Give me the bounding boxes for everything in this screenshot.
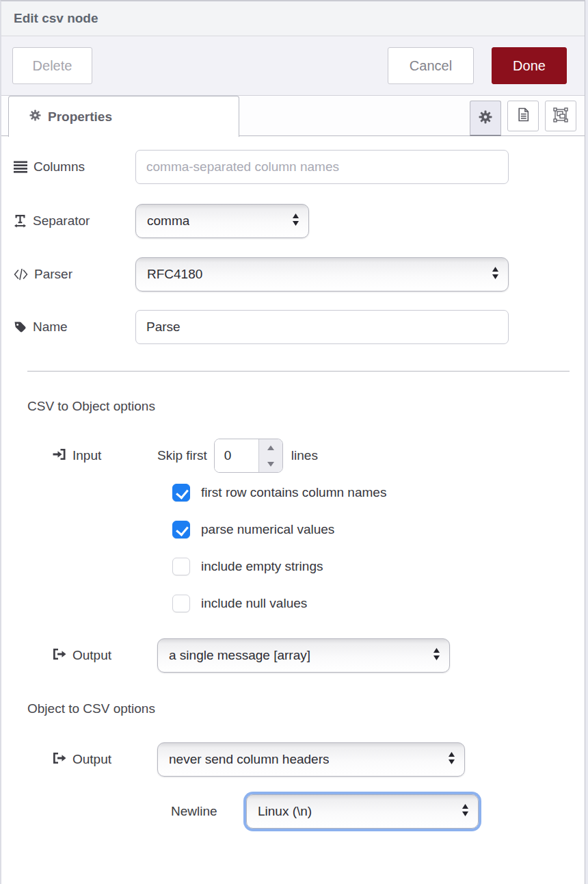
select-arrows-icon	[462, 804, 469, 819]
checkbox-row-include-null: include null values	[172, 595, 571, 612]
include-null-checkbox[interactable]	[172, 595, 190, 612]
csv-to-object-heading: CSV to Object options	[27, 399, 571, 414]
columns-row: Columns	[14, 150, 571, 184]
stepper-up-button[interactable]	[259, 439, 282, 456]
edit-csv-node-dialog: Edit csv node Delete Cancel Done	[0, 0, 585, 884]
gear-icon	[479, 110, 492, 127]
delete-button[interactable]: Delete	[12, 47, 92, 84]
section-divider	[27, 371, 570, 372]
cancel-button[interactable]: Cancel	[388, 47, 474, 84]
input-label: Input	[53, 448, 157, 464]
list-icon	[14, 161, 27, 173]
sign-out-icon	[53, 752, 66, 768]
stepper-buttons	[258, 439, 282, 472]
code-icon	[14, 268, 28, 281]
separator-row: Separator comma	[14, 204, 571, 238]
columns-label: Columns	[14, 159, 135, 174]
checkbox-row-parse-numerical: parse numerical values	[172, 521, 571, 538]
tag-icon	[14, 321, 27, 334]
parse-numerical-checkbox[interactable]	[172, 521, 190, 538]
text-width-icon	[14, 214, 27, 228]
name-label: Name	[14, 320, 135, 335]
csv-output-row: Output a single message [array]	[14, 638, 571, 673]
dialog-toolbar: Delete Cancel Done	[1, 36, 585, 96]
checkbox-row-first-row-names: first row contains column names	[172, 484, 571, 502]
properties-form: Columns Separator comma	[1, 150, 585, 829]
select-arrows-icon	[292, 213, 299, 229]
toolbar-right-group: Cancel Done	[388, 47, 567, 84]
separator-select[interactable]: comma	[135, 204, 309, 238]
document-icon	[516, 107, 531, 125]
columns-input[interactable]	[135, 150, 509, 184]
appearance-button[interactable]	[545, 101, 576, 131]
lines-text: lines	[291, 448, 318, 463]
skip-first-text: Skip first	[157, 448, 207, 463]
select-arrows-icon	[448, 752, 455, 767]
first-row-names-checkbox[interactable]	[172, 484, 190, 502]
sign-in-icon	[53, 448, 66, 464]
stepper-down-button[interactable]	[259, 456, 282, 472]
include-empty-checkbox[interactable]	[172, 558, 190, 575]
properties-gear-button[interactable]	[470, 101, 501, 136]
select-arrows-icon	[433, 648, 440, 663]
skip-lines-input[interactable]	[215, 439, 258, 472]
tab-properties[interactable]: Properties	[8, 96, 239, 137]
newline-label: Newline	[171, 804, 246, 819]
tab-bar: Properties	[1, 96, 585, 136]
object-to-csv-heading: Object to CSV options	[27, 701, 571, 716]
dialog-title: Edit csv node	[14, 11, 98, 26]
tab-icon-buttons	[470, 101, 576, 136]
newline-row: Newline Linux (\n)	[14, 794, 571, 829]
tab-properties-label: Properties	[48, 109, 112, 125]
select-arrows-icon	[492, 267, 499, 282]
dialog-header: Edit csv node	[1, 1, 585, 36]
gear-icon	[29, 109, 41, 124]
obj-output-select[interactable]: never send column headers	[157, 742, 465, 777]
parser-label: Parser	[14, 267, 135, 282]
csv-output-select[interactable]: a single message [array]	[157, 638, 450, 673]
parser-select[interactable]: RFC4180	[135, 257, 509, 291]
name-input[interactable]	[135, 310, 509, 344]
description-button[interactable]	[507, 101, 539, 131]
done-button[interactable]: Done	[492, 47, 567, 84]
skip-lines-stepper	[214, 439, 283, 473]
sign-out-icon	[53, 648, 66, 664]
csv-output-label: Output	[53, 648, 157, 664]
name-row: Name	[14, 310, 571, 344]
obj-output-row: Output never send column headers	[14, 742, 571, 777]
input-row: Input Skip first lines	[14, 439, 571, 473]
newline-select[interactable]: Linux (\n)	[246, 794, 479, 829]
parser-row: Parser RFC4180	[14, 257, 571, 291]
obj-output-label: Output	[53, 752, 157, 768]
checkbox-row-include-empty: include empty strings	[172, 558, 571, 575]
object-group-icon	[553, 107, 568, 125]
separator-label: Separator	[14, 213, 135, 229]
